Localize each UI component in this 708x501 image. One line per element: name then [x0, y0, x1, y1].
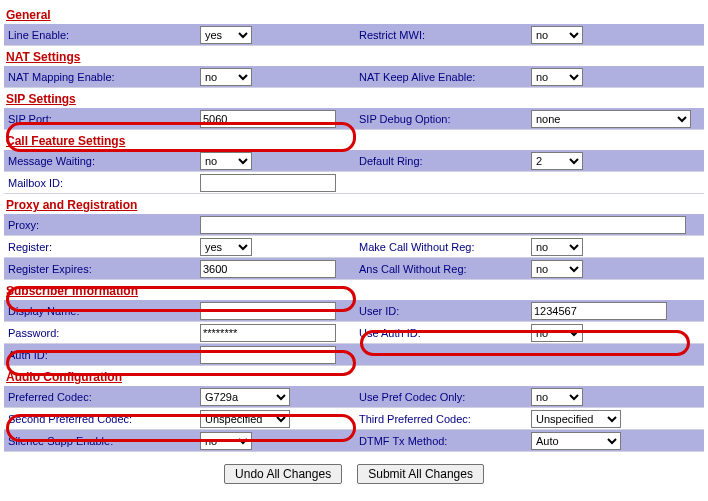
label-sip-port: SIP Port:: [4, 113, 200, 125]
label-preferred-codec: Preferred Codec:: [4, 391, 200, 403]
label-restrict-mwi: Restrict MWI:: [355, 29, 531, 41]
input-mailbox-id[interactable]: [200, 174, 336, 192]
row-display-name: Display Name: User ID:: [4, 300, 704, 322]
row-auth-id: Auth ID:: [4, 344, 704, 366]
input-register-expires[interactable]: [200, 260, 336, 278]
label-password: Password:: [4, 327, 200, 339]
label-nat-mapping: NAT Mapping Enable:: [4, 71, 200, 83]
label-message-waiting: Message Waiting:: [4, 155, 200, 167]
row-silence-supp: Silence Supp Enable: no DTMF Tx Method: …: [4, 430, 704, 452]
select-nat-keepalive[interactable]: no: [531, 68, 583, 86]
select-third-codec[interactable]: Unspecified: [531, 410, 621, 428]
undo-button[interactable]: Undo All Changes: [224, 464, 342, 484]
select-line-enable[interactable]: yes: [200, 26, 252, 44]
label-proxy: Proxy:: [4, 219, 200, 231]
label-user-id: User ID:: [355, 305, 531, 317]
input-auth-id[interactable]: [200, 346, 336, 364]
select-use-auth-id[interactable]: no: [531, 324, 583, 342]
section-proxy: Proxy and Registration: [4, 194, 704, 214]
section-call-feature: Call Feature Settings: [4, 130, 704, 150]
label-auth-id: Auth ID:: [4, 349, 200, 361]
section-nat: NAT Settings: [4, 46, 704, 66]
label-dtmf-method: DTMF Tx Method:: [355, 435, 531, 447]
select-preferred-codec[interactable]: G729a: [200, 388, 290, 406]
select-dtmf-method[interactable]: Auto: [531, 432, 621, 450]
label-nat-keepalive: NAT Keep Alive Enable:: [355, 71, 531, 83]
row-register-expires: Register Expires: Ans Call Without Reg: …: [4, 258, 704, 280]
input-user-id[interactable]: [531, 302, 667, 320]
input-proxy[interactable]: [200, 216, 686, 234]
select-register[interactable]: yes: [200, 238, 252, 256]
row-proxy: Proxy:: [4, 214, 704, 236]
label-register: Register:: [4, 241, 200, 253]
label-make-call-noreg: Make Call Without Reg:: [355, 241, 531, 253]
select-sip-debug[interactable]: none: [531, 110, 691, 128]
button-row: Undo All Changes Submit All Changes: [4, 452, 704, 484]
label-second-codec: Second Preferred Codec:: [4, 413, 200, 425]
row-nat-mapping: NAT Mapping Enable: no NAT Keep Alive En…: [4, 66, 704, 88]
label-sip-debug: SIP Debug Option:: [355, 113, 531, 125]
submit-button[interactable]: Submit All Changes: [357, 464, 484, 484]
input-password[interactable]: [200, 324, 336, 342]
row-message-waiting: Message Waiting: no Default Ring: 2: [4, 150, 704, 172]
input-sip-port[interactable]: [200, 110, 336, 128]
input-display-name[interactable]: [200, 302, 336, 320]
label-third-codec: Third Preferred Codec:: [355, 413, 531, 425]
section-general: General: [4, 4, 704, 24]
select-second-codec[interactable]: Unspecified: [200, 410, 290, 428]
label-use-pref-only: Use Pref Codec Only:: [355, 391, 531, 403]
select-make-call-noreg[interactable]: no: [531, 238, 583, 256]
label-default-ring: Default Ring:: [355, 155, 531, 167]
select-message-waiting[interactable]: no: [200, 152, 252, 170]
label-display-name: Display Name:: [4, 305, 200, 317]
row-second-codec: Second Preferred Codec: Unspecified Thir…: [4, 408, 704, 430]
select-use-pref-only[interactable]: no: [531, 388, 583, 406]
label-line-enable: Line Enable:: [4, 29, 200, 41]
row-password: Password: Use Auth ID: no: [4, 322, 704, 344]
row-mailbox-id: Mailbox ID:: [4, 172, 704, 194]
row-preferred-codec: Preferred Codec: G729a Use Pref Codec On…: [4, 386, 704, 408]
row-sip-port: SIP Port: SIP Debug Option: none: [4, 108, 704, 130]
section-sip: SIP Settings: [4, 88, 704, 108]
select-ans-call-noreg[interactable]: no: [531, 260, 583, 278]
label-silence-supp: Silence Supp Enable:: [4, 435, 200, 447]
section-subscriber: Subscriber Information: [4, 280, 704, 300]
label-mailbox-id: Mailbox ID:: [4, 177, 200, 189]
row-line-enable: Line Enable: yes Restrict MWI: no: [4, 24, 704, 46]
select-silence-supp[interactable]: no: [200, 432, 252, 450]
row-register: Register: yes Make Call Without Reg: no: [4, 236, 704, 258]
label-ans-call-noreg: Ans Call Without Reg:: [355, 263, 531, 275]
select-nat-mapping[interactable]: no: [200, 68, 252, 86]
select-default-ring[interactable]: 2: [531, 152, 583, 170]
label-register-expires: Register Expires:: [4, 263, 200, 275]
label-use-auth-id: Use Auth ID:: [355, 327, 531, 339]
section-audio: Audio Configuration: [4, 366, 704, 386]
select-restrict-mwi[interactable]: no: [531, 26, 583, 44]
